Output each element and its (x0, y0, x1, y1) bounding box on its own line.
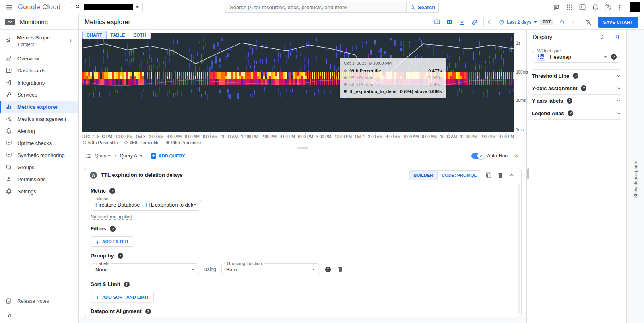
sidebar-item-synthetic-monitoring[interactable]: Synthetic monitoring (0, 149, 78, 161)
heatmap-plot[interactable]: Oct 3, 2023, 9:30:00 PM 99th Percentile0… (82, 33, 514, 132)
display-panel-sections: Threshold LineY-axis assignmentY-axis la… (532, 69, 621, 120)
help-icon[interactable] (124, 282, 130, 287)
sidebar-item-groups[interactable]: Groups (0, 161, 78, 173)
add-query-button[interactable]: ADD QUERY (151, 153, 185, 159)
delete-group-by-icon[interactable] (336, 265, 344, 273)
tab-both[interactable]: BOTH (129, 31, 150, 39)
help-icon[interactable] (118, 253, 123, 259)
release-notes-link[interactable]: Release Notes (0, 294, 78, 308)
add-sort-and-limit-button[interactable]: +ADD SORT AND LIMIT (91, 292, 154, 302)
group-by-labels-dropdown[interactable]: Labels None (91, 263, 199, 275)
zoom-time-icon[interactable] (557, 17, 568, 27)
time-back-icon[interactable] (484, 17, 495, 27)
content-scrollbar[interactable] (527, 168, 529, 179)
download-icon[interactable] (458, 18, 466, 27)
save-chart-button[interactable]: SAVE CHART (598, 17, 638, 28)
help-icon[interactable] (110, 226, 116, 232)
time-forward-icon[interactable] (568, 17, 579, 27)
display-section-threshold-line[interactable]: Threshold Line (532, 69, 621, 82)
display-section-legend-alias[interactable]: Legend Alias (532, 107, 621, 119)
collapse-query-icon[interactable] (508, 171, 516, 179)
sidebar-item-permissions[interactable]: Permissions (0, 173, 78, 185)
sidebar-item-overview[interactable]: Overview (0, 52, 78, 64)
sidebar-item-uptime-checks[interactable]: Uptime checks (0, 137, 78, 149)
chart-feedback-icon[interactable] (433, 18, 442, 27)
queries-list-icon[interactable] (85, 153, 91, 159)
display-section-y-axis-labels[interactable]: Y-axis labels (532, 94, 621, 107)
widget-type-dropdown[interactable]: Widget type Heatmap (532, 51, 621, 63)
chevron-down-icon (191, 269, 194, 270)
zoom-disabled-icon[interactable] (584, 18, 592, 27)
display-section-y-axis-assignment[interactable]: Y-axis assignment (532, 82, 621, 94)
help-icon[interactable] (611, 54, 617, 60)
project-selector[interactable] (71, 2, 143, 12)
notifications-bell-icon[interactable] (590, 2, 601, 12)
apps-grid-icon[interactable] (564, 2, 575, 12)
settings-icon (6, 188, 12, 195)
sidebar-item-metrics-management[interactable]: Metrics management (0, 113, 78, 125)
help-icon[interactable] (325, 267, 331, 272)
page-title: Metrics explorer (85, 19, 130, 26)
chart-resize-handle[interactable] (79, 145, 526, 150)
heatmap-canvas[interactable] (82, 33, 514, 132)
builder-mode-tab[interactable]: BUILDER (409, 170, 438, 180)
plus-icon (151, 153, 156, 159)
metric-dropdown[interactable]: Metric Firestore Database - TTL expirati… (91, 199, 201, 211)
unfold-sections-icon[interactable] (598, 33, 605, 41)
feedback-icon[interactable] (551, 2, 562, 12)
cloud-shell-icon[interactable] (577, 2, 588, 12)
search-input[interactable] (224, 2, 406, 12)
show-debug-panel-button[interactable]: Show debug panel (633, 161, 638, 198)
legend-item-50th-percentile[interactable]: 50th Percentile (83, 140, 118, 145)
sidebar-item-metrics-explorer[interactable]: Metrics explorer (0, 101, 78, 113)
collapse-panel-right-icon[interactable] (613, 33, 621, 41)
x-tick-label: 4:00 PM (499, 133, 514, 139)
collapse-sidebar-button[interactable] (0, 308, 78, 323)
auto-run-control: Auto-Run (471, 153, 508, 159)
sidebar-item-alerting[interactable]: Alerting (0, 125, 78, 137)
time-range-selector[interactable]: Last 2 days PDT (495, 17, 557, 27)
legend-item-99th-percentile[interactable]: 99th Percentile (166, 140, 201, 145)
auto-run-toggle[interactable] (471, 153, 483, 159)
copy-link-icon[interactable] (470, 18, 479, 27)
tab-chart[interactable]: CHART (82, 31, 107, 39)
sidebar-item-dashboards[interactable]: Dashboards (0, 64, 78, 77)
sidebar-header: Monitoring (0, 14, 78, 30)
avatar[interactable] (630, 2, 640, 12)
help-icon[interactable] (568, 110, 573, 116)
legend-item-95th-percentile[interactable]: 95th Percentile (124, 140, 159, 145)
collapse-all-queries-icon[interactable] (512, 152, 520, 160)
sidebar-item-services[interactable]: Services (0, 89, 78, 101)
query-selector[interactable]: Query A (120, 153, 142, 159)
tab-table[interactable]: TABLE (107, 31, 130, 39)
metrics-scope-selector[interactable]: Metrics Scope 1 project (0, 30, 78, 52)
hamburger-menu-icon[interactable] (4, 2, 14, 12)
topbar: GoogleCloud Search (0, 0, 644, 14)
queries-breadcrumb[interactable]: Queries (95, 153, 111, 159)
help-icon[interactable] (567, 98, 572, 104)
permissions-icon (6, 176, 12, 182)
code-promql-mode-tab[interactable]: CODE: PROMQL (438, 170, 481, 180)
tooltip-row: ttl_expiration_to_deletion_delays0 (0%) … (344, 88, 442, 95)
add-filter-button[interactable]: +ADD FILTER (91, 236, 133, 247)
sidebar-title: Monitoring (20, 19, 48, 25)
duplicate-query-icon[interactable] (485, 171, 493, 179)
delete-query-icon[interactable] (496, 171, 504, 179)
sidebar-item-integrations[interactable]: Integrations (0, 77, 78, 89)
search-button[interactable]: Search (406, 2, 438, 12)
help-icon[interactable] (109, 188, 115, 194)
embed-code-icon[interactable] (445, 18, 454, 27)
legend-marker (83, 141, 86, 144)
help-icon[interactable] (603, 2, 613, 12)
help-icon[interactable] (581, 85, 586, 91)
x-tick-label: Oct 3 (136, 133, 146, 139)
y-tick-label: 100ms (516, 70, 528, 75)
help-icon[interactable] (573, 73, 578, 79)
grouping-function-dropdown[interactable]: Grouping function Sum (221, 263, 320, 275)
card-scrollbar[interactable] (518, 184, 520, 314)
chevron-down-icon (616, 98, 621, 104)
more-vert-icon[interactable] (615, 2, 625, 12)
help-icon[interactable] (145, 309, 151, 314)
x-tick-label: 4:00 AM (167, 133, 182, 139)
sidebar-item-settings[interactable]: Settings (0, 185, 78, 197)
